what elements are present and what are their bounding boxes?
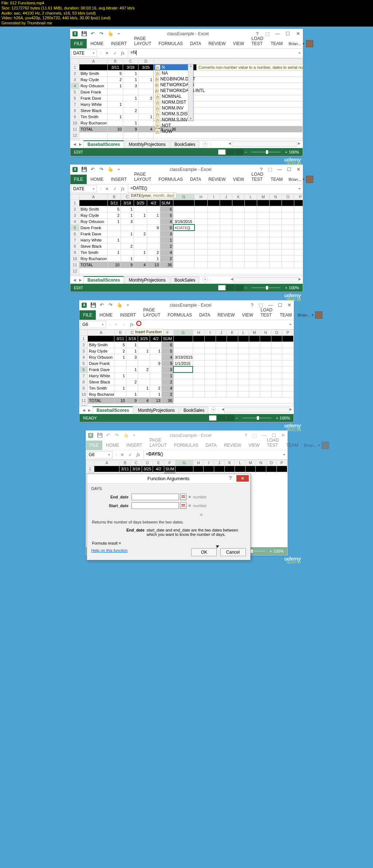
undo-icon[interactable]: ↶: [90, 31, 95, 36]
sheet-tab-booksales[interactable]: BookSales: [170, 141, 199, 148]
name-box[interactable]: DATE▼: [71, 49, 97, 57]
fbar-expand-icon[interactable]: ⏷: [297, 51, 303, 55]
undo-icon[interactable]: ↶: [99, 303, 104, 308]
formula-input[interactable]: [137, 320, 287, 329]
autocomplete-item[interactable]: fxNETWORKDAYS.INTL: [154, 88, 193, 93]
help-icon[interactable]: ?: [251, 302, 254, 308]
normal-view-icon[interactable]: [218, 285, 226, 291]
undo-icon[interactable]: ↶: [90, 167, 95, 172]
zoom-slider[interactable]: [251, 287, 280, 288]
spreadsheet-grid[interactable]: ABCDEFGHIJKLMNOP 13/113/183/254/2SUM 2Bi…: [86, 460, 287, 474]
insert-function-icon[interactable]: fx: [129, 322, 135, 327]
horizontal-scrollbar[interactable]: [233, 277, 299, 282]
insert-function-icon[interactable]: fx: [136, 452, 141, 458]
save-icon[interactable]: 💾: [81, 167, 86, 172]
qat-dropdown-icon[interactable]: ⏷: [116, 31, 121, 36]
ribbon-tab[interactable]: REVIEW: [205, 39, 229, 48]
horizontal-scrollbar[interactable]: [232, 142, 297, 147]
ribbon-tab-file[interactable]: FILE: [70, 175, 87, 184]
help-link[interactable]: Help on this function: [91, 548, 128, 553]
sheet-tab-baseballscores[interactable]: BaseballScores: [83, 140, 124, 148]
page-break-view-icon[interactable]: [235, 149, 243, 155]
autocomplete-item[interactable]: fxN: [154, 64, 193, 70]
touch-icon[interactable]: 👆: [107, 167, 113, 172]
autocomplete-item[interactable]: fxNORM.INV: [154, 105, 193, 111]
ribbon-tab[interactable]: INSERT: [107, 39, 130, 48]
insert-function-icon[interactable]: fx: [120, 186, 126, 192]
autocomplete-item[interactable]: fxNOW: [154, 128, 193, 134]
zoom-out-icon[interactable]: −: [243, 286, 248, 290]
ribbon-tab-file[interactable]: FILE: [79, 310, 96, 320]
function-autocomplete[interactable]: fxN fxNA fxNEGBINOM.DIST fxNETWORKDAYS f…: [153, 64, 193, 121]
autocomplete-item[interactable]: fxNOMINAL: [154, 93, 193, 99]
enter-formula-icon[interactable]: ✓: [112, 187, 118, 191]
autocomplete-item[interactable]: fxNEGBINOM.DIST: [154, 76, 193, 82]
redo-icon[interactable]: ↷: [108, 303, 113, 308]
sheet-nav-next-icon[interactable]: ▶: [87, 408, 93, 412]
save-icon[interactable]: 💾: [90, 303, 95, 308]
add-sheet-button[interactable]: +: [211, 407, 216, 413]
page-layout-view-icon[interactable]: [227, 285, 235, 291]
qat-dropdown-icon[interactable]: ⏷: [116, 167, 121, 172]
formula-input[interactable]: =N: [128, 49, 297, 58]
normal-view-icon[interactable]: [218, 149, 226, 155]
autocomplete-item[interactable]: fxNOT: [154, 123, 193, 128]
name-box[interactable]: G6▼: [87, 451, 113, 458]
sheet-nav-next-icon[interactable]: ▶: [78, 278, 83, 282]
ribbon-tab[interactable]: TEAM: [267, 39, 286, 48]
formula-input[interactable]: =DAYS(): [144, 450, 281, 459]
name-box[interactable]: DATE▼: [71, 185, 97, 192]
enter-formula-icon[interactable]: ✓: [127, 453, 133, 457]
fbar-expand-icon[interactable]: ⏷: [287, 323, 294, 326]
enter-formula-icon[interactable]: ✓: [121, 322, 127, 327]
minimize-icon[interactable]: —: [275, 31, 280, 36]
formula-input[interactable]: =DATE() DATE(year, month, day): [128, 184, 297, 194]
range-select-icon[interactable]: [180, 494, 186, 500]
spreadsheet-grid[interactable]: ABCDEFGHIJKLMNOP 13/113/183/254/2SUM 2Bi…: [79, 330, 294, 406]
active-cell[interactable]: [173, 366, 193, 373]
ribbon-tab[interactable]: LOAD TEST: [248, 34, 267, 48]
sheet-nav-prev-icon[interactable]: ◀: [81, 408, 87, 412]
sheet-tab-monthlyprojections[interactable]: MonthlyProjections: [125, 141, 169, 148]
sheet-nav-prev-icon[interactable]: ◀: [72, 278, 78, 282]
close-icon[interactable]: ✕: [295, 31, 301, 36]
save-icon[interactable]: 💾: [97, 433, 102, 438]
ribbon-toggle-icon[interactable]: ⬚: [268, 167, 272, 172]
add-sheet-button[interactable]: +: [202, 141, 208, 147]
active-cell[interactable]: =DATE(): [173, 224, 195, 231]
name-box[interactable]: G6▼: [81, 321, 106, 328]
dialog-close-icon[interactable]: ✕: [236, 475, 249, 482]
save-icon[interactable]: 💾: [81, 31, 86, 36]
zoom-in-icon[interactable]: +: [283, 286, 288, 290]
maximize-icon[interactable]: ☐: [285, 31, 290, 36]
autocomplete-item[interactable]: fxNORM.S.INV: [154, 117, 193, 123]
minimize-icon[interactable]: —: [277, 167, 282, 172]
autocomplete-item[interactable]: fxNETWORKDAYS: [154, 82, 193, 88]
cancel-formula-icon[interactable]: ✕: [113, 322, 119, 327]
insert-function-icon[interactable]: fx: [120, 50, 126, 56]
ribbon-tab-file[interactable]: FILE: [70, 39, 87, 48]
ribbon-tab[interactable]: VIEW: [229, 39, 248, 48]
dialog-help-icon[interactable]: ?: [227, 475, 234, 481]
close-icon[interactable]: ✕: [287, 302, 291, 308]
ribbon-tab[interactable]: FORMULAS: [155, 39, 186, 48]
user-account[interactable]: Brian...▾: [286, 39, 315, 48]
autocomplete-item[interactable]: fxNA: [154, 70, 193, 76]
spreadsheet-grid[interactable]: ABCDE FGHIJKLMNOP 13/113/183/254/2SUM 2B…: [70, 194, 303, 276]
select-all-cell[interactable]: [71, 58, 79, 64]
ribbon-tab[interactable]: PAGE LAYOUT: [130, 34, 155, 48]
zoom-level[interactable]: 100%: [289, 150, 299, 154]
sheet-tab[interactable]: MonthlyProjections: [125, 276, 169, 283]
add-sheet-button[interactable]: +: [202, 277, 208, 283]
cancel-formula-icon[interactable]: ✕: [104, 187, 110, 191]
user-account[interactable]: Brian...▾: [286, 175, 315, 184]
end-date-input[interactable]: [131, 494, 179, 500]
cancel-button[interactable]: Cancel: [220, 548, 246, 556]
zoom-in-icon[interactable]: +: [283, 150, 288, 154]
fbar-expand-icon[interactable]: ⏷: [297, 187, 303, 191]
ribbon-tab[interactable]: DATA: [186, 39, 205, 48]
cancel-formula-icon[interactable]: ✕: [119, 453, 125, 457]
range-select-icon[interactable]: [180, 502, 186, 509]
sheet-nav-next-icon[interactable]: ▶: [78, 142, 83, 146]
cancel-formula-icon[interactable]: ✕: [104, 51, 110, 56]
